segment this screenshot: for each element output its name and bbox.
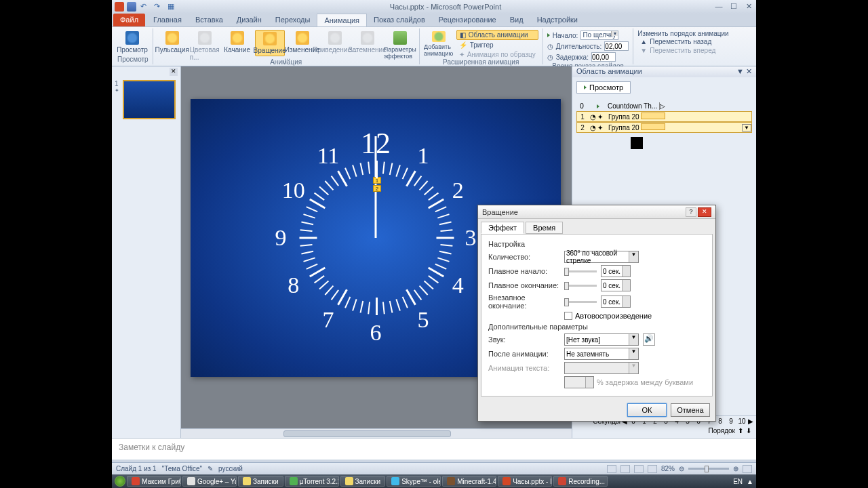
view-slideshow-button[interactable] [648, 465, 657, 473]
animation-painter-button[interactable]: ✦ Анимация по образцу [456, 50, 538, 59]
tab-insert[interactable]: Вставка [189, 14, 230, 26]
autoreverse-checkbox[interactable] [564, 312, 572, 320]
anim-marker-2[interactable]: 2 [373, 185, 381, 192]
dialog-close-button[interactable]: ✕ [698, 207, 711, 217]
task-item[interactable]: Часы.pptx - Mic... [498, 476, 552, 487]
play-icon [584, 85, 587, 89]
ok-button[interactable]: ОК [627, 403, 667, 417]
h-scrollbar[interactable] [181, 428, 572, 438]
spin-icon: ✦ [597, 124, 607, 131]
powerpoint-icon [115, 2, 124, 12]
task-item[interactable]: Skype™ - olegt... [387, 476, 441, 487]
zoom-in-button[interactable]: ⊕ [733, 465, 738, 472]
smooth-end-slider[interactable] [564, 280, 597, 291]
spin-icon: ✦ [597, 113, 607, 121]
sound-combo[interactable]: [Нет звука]▼ [564, 333, 639, 346]
anim-item-0[interactable]: 0 Countdown Th... ▷ [576, 100, 752, 111]
anim-color[interactable]: Цветовая п... [190, 30, 220, 62]
chevron-down-icon: ▼ [629, 363, 638, 373]
undo-icon[interactable]: ↶ [140, 2, 150, 12]
bounce-end-spin[interactable]: 0 сек. [601, 296, 631, 308]
pane-dropdown-icon[interactable]: ▼ [736, 67, 744, 75]
duration-input[interactable] [604, 41, 629, 51]
view-reading-button[interactable] [634, 465, 644, 473]
cancel-button[interactable]: Отмена [671, 403, 710, 417]
task-item[interactable]: Максим Гриба... [127, 476, 181, 487]
minimize-button[interactable]: — [714, 2, 724, 12]
anim-darken[interactable]: Затемнение [353, 30, 382, 55]
order-up-button[interactable]: ⬆ [738, 427, 743, 434]
panel-close-button[interactable]: ✕ [170, 68, 178, 76]
tab-design[interactable]: Дизайн [230, 14, 269, 26]
zoom-slider[interactable] [688, 468, 729, 470]
pane-play-button[interactable]: Просмотр [576, 81, 631, 94]
start-combo[interactable]: По щелчку▼ [580, 30, 618, 40]
anim-spin[interactable]: Вращение [255, 30, 285, 56]
task-item[interactable]: Google+ – Yande... [182, 476, 237, 487]
pane-close-icon[interactable]: ✕ [746, 67, 752, 75]
view-normal-button[interactable] [607, 465, 616, 473]
anim-swing[interactable]: Качание [222, 30, 252, 55]
add-animation-button[interactable]: Добавить анимацию [424, 30, 454, 58]
task-item[interactable]: µTorrent 3.2.2 [285, 476, 339, 487]
qat-icon[interactable]: ▦ [167, 2, 177, 12]
amount-combo[interactable]: 360° по часовой стрелке▼ [564, 251, 639, 263]
sound-preview-button[interactable]: 🔊 [643, 333, 655, 346]
lang-indicator[interactable]: EN [733, 478, 743, 485]
item-dropdown[interactable]: ▼ [742, 124, 751, 131]
view-sorter-button[interactable] [620, 465, 630, 473]
dialog-tab-time[interactable]: Время [526, 222, 563, 234]
move-forward-button[interactable]: ▼ Переместить вперед [637, 46, 728, 55]
bounce-end-slider[interactable] [564, 296, 597, 307]
window-title: Часы.pptx - Microsoft PowerPoint [177, 3, 714, 11]
slide-thumbnail[interactable]: 1✦ [115, 80, 178, 119]
pane-header: Область анимации▼ ✕ [572, 66, 756, 77]
effect-options-button[interactable]: Параметры эффектов [385, 30, 415, 61]
tab-review[interactable]: Рецензирование [432, 14, 503, 26]
smooth-start-spin[interactable]: 0 сек. [601, 265, 631, 277]
close-button[interactable]: ✕ [744, 2, 753, 12]
task-item[interactable]: Записки [238, 476, 283, 487]
notes-pane[interactable]: Заметки к слайду [112, 438, 756, 460]
tray-icon[interactable]: ▲ [747, 478, 753, 485]
ribbon-group-reorder: Изменить порядок анимации ▲ Переместить … [633, 28, 732, 64]
dialog-tab-effect[interactable]: Эффект [481, 222, 524, 234]
redo-icon[interactable]: ↷ [154, 2, 163, 12]
preview-button[interactable]: Просмотр [117, 30, 147, 55]
smooth-end-spin[interactable]: 0 сек. [601, 279, 631, 291]
move-back-button[interactable]: ▲ Переместить назад [637, 37, 728, 46]
taskbar: Максим Гриба... Google+ – Yande... Запис… [112, 474, 756, 488]
trigger-button[interactable]: ⚡ Триггер [456, 41, 538, 49]
task-item[interactable]: Minecraft-1.4.7-... [442, 476, 496, 487]
tab-home[interactable]: Главная [146, 14, 189, 26]
letter-delay-spin [564, 376, 594, 388]
start-button[interactable] [115, 476, 125, 487]
tab-slideshow[interactable]: Показ слайдов [367, 14, 432, 26]
anim-fade[interactable]: Приведение... [320, 30, 350, 55]
tab-file[interactable]: Файл [113, 14, 145, 26]
tab-transitions[interactable]: Переходы [269, 14, 317, 26]
maximize-button[interactable]: ☐ [729, 2, 738, 12]
dialog-titlebar[interactable]: Вращение ? ✕ [478, 205, 715, 219]
anim-item-1[interactable]: 1 ◔✦ Группа 20 [576, 111, 752, 122]
task-item[interactable]: Recording... [553, 476, 608, 487]
zoom-out-button[interactable]: ⊖ [679, 465, 684, 472]
task-item[interactable]: Записки [340, 476, 386, 487]
dialog-help-button[interactable]: ? [686, 207, 696, 217]
ruler-right[interactable]: ▶ [748, 418, 753, 425]
fit-button[interactable] [743, 465, 752, 473]
slide-panel: ✕ 1✦ [112, 66, 181, 438]
tab-view[interactable]: Вид [503, 14, 530, 26]
after-combo[interactable]: Не затемнять▼ [564, 348, 639, 360]
order-down-button[interactable]: ⬇ [746, 427, 751, 434]
smooth-start-slider[interactable] [564, 266, 597, 277]
anim-item-2[interactable]: 2 ◔✦ Группа 20 ▼ [576, 122, 752, 133]
chevron-down-icon: ▼ [629, 348, 638, 359]
anim-pulsation[interactable]: Пульсация [157, 30, 187, 55]
delay-input[interactable] [591, 52, 616, 62]
spellcheck-icon[interactable]: ✎ [208, 465, 213, 472]
tab-animation[interactable]: Анимация [317, 14, 367, 26]
save-icon[interactable] [127, 2, 136, 12]
tab-addins[interactable]: Надстройки [530, 14, 585, 26]
animation-pane-button[interactable]: ◧ Область анимации [456, 30, 538, 40]
